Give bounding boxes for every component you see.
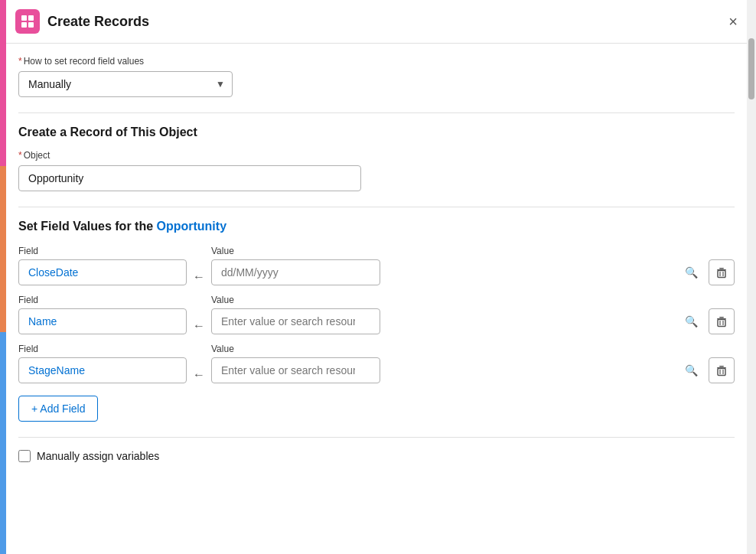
svg-rect-15 [719, 366, 724, 367]
dialog-header: Create Records × [6, 0, 756, 44]
field-values-heading: Set Field Values for the Opportunity [18, 220, 735, 233]
title-group: Create Records [15, 9, 149, 34]
field-input-stagename[interactable] [18, 357, 187, 383]
required-star: * [18, 56, 22, 67]
close-button[interactable]: × [722, 11, 744, 32]
value-input-container-name: 🔍 [211, 308, 704, 334]
value-wrapper-closedate: 🔍 [211, 259, 735, 285]
arrow-name: ← [187, 319, 211, 334]
svg-rect-2 [21, 22, 27, 28]
svg-rect-16 [718, 369, 725, 376]
field-label-name: Field [18, 295, 187, 305]
value-label-name: Value [211, 295, 735, 305]
manually-assign-section: Manually assign variables [18, 437, 735, 474]
value-col-closedate: Value 🔍 [211, 246, 735, 285]
create-record-heading: Create a Record of This Object [18, 125, 735, 139]
checkbox-row: Manually assign variables [18, 450, 735, 462]
svg-rect-11 [718, 320, 725, 327]
scrollbar-thumb [748, 38, 754, 99]
value-input-stagename[interactable] [211, 357, 380, 383]
svg-rect-5 [719, 268, 724, 269]
manually-assign-checkbox[interactable] [18, 450, 31, 462]
search-icon-name: 🔍 [685, 315, 698, 328]
svg-rect-6 [718, 271, 725, 278]
svg-rect-1 [28, 15, 34, 21]
field-row-stagename: Field ← Value 🔍 [18, 344, 735, 383]
field-col-name: Field [18, 295, 187, 334]
svg-rect-0 [21, 15, 27, 21]
value-input-name[interactable] [211, 308, 380, 334]
value-input-container-closedate: 🔍 [211, 259, 704, 285]
main-area: *How to set record field values Manually… [6, 44, 756, 554]
object-required-star: * [18, 150, 22, 161]
value-label-closedate: Value [211, 246, 735, 256]
field-label-closedate: Field [18, 246, 187, 256]
field-col-stagename: Field [18, 344, 187, 383]
record-field-select[interactable]: Manually From Collection From Record [18, 71, 233, 97]
select-wrapper: Manually From Collection From Record ▼ [18, 71, 233, 97]
field-row-closedate: Field ← Value 🔍 [18, 246, 735, 285]
dialog-content: Create Records × *How to set record fiel… [6, 0, 756, 554]
arrow-stagename: ← [187, 368, 211, 383]
left-accent [0, 0, 6, 554]
how-to-set-section: *How to set record field values Manually… [18, 44, 735, 112]
value-label-stagename: Value [211, 344, 735, 354]
create-record-section: Create a Record of This Object *Object [18, 112, 735, 207]
delete-btn-name[interactable] [709, 308, 735, 334]
object-label: *Object [18, 150, 735, 161]
svg-rect-10 [719, 317, 724, 318]
value-col-stagename: Value 🔍 [211, 344, 735, 383]
arrow-closedate: ← [187, 270, 211, 285]
dialog-overlay: Create Records × *How to set record fiel… [0, 0, 756, 554]
manually-assign-label: Manually assign variables [37, 450, 159, 462]
field-input-closedate[interactable] [18, 259, 187, 285]
object-input[interactable] [18, 165, 361, 191]
value-input-closedate[interactable] [211, 259, 380, 285]
value-wrapper-name: 🔍 [211, 308, 735, 334]
dialog-title: Create Records [47, 14, 149, 30]
field-row-name: Field ← Value 🔍 [18, 295, 735, 334]
field-col-closedate: Field [18, 246, 187, 285]
search-icon-stagename: 🔍 [685, 364, 698, 376]
field-label-stagename: Field [18, 344, 187, 354]
scrollbar[interactable] [747, 0, 756, 554]
app-icon [15, 9, 40, 34]
value-col-name: Value 🔍 [211, 295, 735, 334]
add-field-button[interactable]: + Add Field [18, 396, 98, 422]
value-wrapper-stagename: 🔍 [211, 357, 735, 383]
field-input-name[interactable] [18, 308, 187, 334]
how-to-set-label: *How to set record field values [18, 56, 735, 67]
value-input-container-stagename: 🔍 [211, 357, 704, 383]
search-icon-closedate: 🔍 [685, 266, 698, 279]
svg-rect-3 [28, 22, 34, 28]
delete-btn-stagename[interactable] [709, 357, 735, 383]
delete-btn-closedate[interactable] [709, 259, 735, 285]
field-values-section: Set Field Values for the Opportunity Fie… [18, 207, 735, 437]
